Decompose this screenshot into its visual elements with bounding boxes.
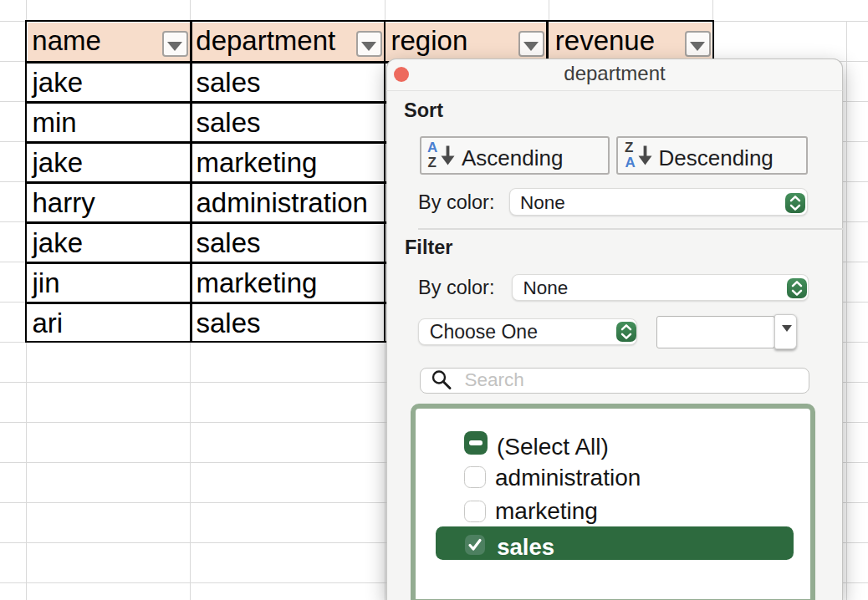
svg-text:A: A bbox=[625, 155, 635, 170]
svg-text:A: A bbox=[427, 140, 437, 155]
svg-text:Z: Z bbox=[428, 155, 437, 170]
svg-text:Z: Z bbox=[625, 140, 633, 155]
